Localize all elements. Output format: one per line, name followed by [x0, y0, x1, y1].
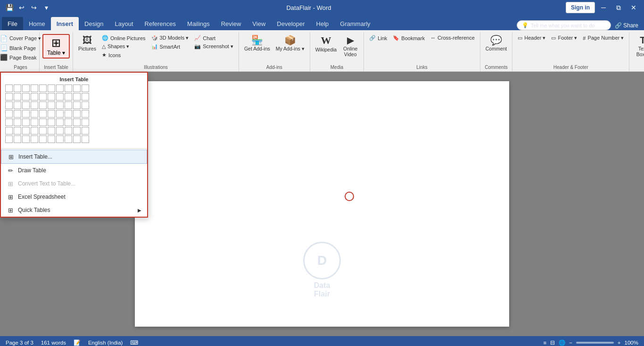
grid-cell[interactable]	[39, 118, 47, 126]
customize-button[interactable]: ▾	[41, 2, 52, 13]
grid-cell[interactable]	[48, 93, 55, 101]
grid-cell[interactable]	[65, 101, 72, 109]
shapes-button[interactable]: △ Shapes ▾	[99, 42, 148, 51]
grid-cell[interactable]	[39, 135, 47, 143]
grid-cell[interactable]	[5, 127, 13, 135]
text-box-button[interactable]: T TextBox ▾	[632, 34, 644, 59]
grid-cell[interactable]	[22, 118, 30, 126]
tab-view[interactable]: View	[247, 17, 271, 30]
tab-layout[interactable]: Layout	[109, 17, 139, 30]
grid-cell[interactable]	[82, 93, 89, 101]
online-video-button[interactable]: ▶ OnlineVideo	[340, 34, 361, 59]
table-grid[interactable]	[5, 84, 143, 143]
save-button[interactable]: 💾	[4, 2, 15, 13]
grid-cell[interactable]	[22, 84, 30, 92]
online-pictures-button[interactable]: 🌐 Online Pictures	[99, 34, 148, 42]
grid-cell[interactable]	[14, 118, 21, 126]
page-break-button[interactable]: ⬛ Page Break	[0, 53, 39, 62]
grid-cell[interactable]	[22, 93, 30, 101]
view-web-icon[interactable]: 🌐	[559, 339, 565, 346]
tab-help[interactable]: Help	[311, 17, 335, 30]
grid-cell[interactable]	[14, 110, 21, 118]
redo-button[interactable]: ↪	[28, 2, 40, 13]
grid-cell[interactable]	[48, 127, 55, 135]
sign-in-button[interactable]: Sign in	[566, 2, 595, 13]
wikipedia-button[interactable]: W Wikipedia	[313, 34, 339, 54]
grid-cell[interactable]	[14, 84, 21, 92]
cross-reference-button[interactable]: ↔ Cross-reference	[428, 34, 477, 42]
grid-cell[interactable]	[73, 127, 81, 135]
grid-cell[interactable]	[82, 118, 89, 126]
grid-cell[interactable]	[82, 135, 89, 143]
grid-cell[interactable]	[39, 93, 47, 101]
grid-cell[interactable]	[39, 110, 47, 118]
header-button[interactable]: ▭ Header ▾	[515, 34, 548, 42]
grid-cell[interactable]	[48, 135, 55, 143]
zoom-level[interactable]: 100%	[625, 340, 638, 346]
grid-cell[interactable]	[82, 84, 89, 92]
get-addins-button[interactable]: 🏪 Get Add-ins	[242, 34, 272, 53]
tab-design[interactable]: Design	[79, 17, 109, 30]
grid-cell[interactable]	[31, 118, 38, 126]
chart-button[interactable]: 📈 Chart	[192, 34, 236, 42]
zoom-out-icon[interactable]: −	[569, 340, 572, 346]
grid-cell[interactable]	[22, 127, 30, 135]
comment-button[interactable]: 💬 Comment	[483, 34, 510, 53]
blank-page-button[interactable]: 📃 Blank Page	[0, 43, 38, 52]
grid-cell[interactable]	[48, 84, 55, 92]
grid-cell[interactable]	[56, 135, 64, 143]
view-normal-icon[interactable]: ≡	[543, 340, 546, 346]
tab-grammarly[interactable]: Grammarly	[334, 17, 376, 30]
grid-cell[interactable]	[5, 110, 13, 118]
close-button[interactable]: ✕	[627, 1, 640, 14]
grid-cell[interactable]	[5, 135, 13, 143]
bookmark-button[interactable]: 🔖 Bookmark	[390, 34, 427, 42]
grid-cell[interactable]	[31, 110, 38, 118]
grid-cell[interactable]	[14, 127, 21, 135]
grid-cell[interactable]	[22, 110, 30, 118]
grid-cell[interactable]	[22, 135, 30, 143]
table-button[interactable]: ⊞ Table ▾	[42, 34, 70, 59]
grid-cell[interactable]	[56, 110, 64, 118]
draw-table-menu-item[interactable]: ✏ Draw Table	[1, 164, 147, 177]
grid-cell[interactable]	[39, 84, 47, 92]
quick-tables-menu-item[interactable]: ⊞ Quick Tables ▶	[1, 203, 147, 217]
insert-table-menu-item[interactable]: ⊞ Insert Table...	[1, 150, 147, 164]
grid-cell[interactable]	[48, 118, 55, 126]
grid-cell[interactable]	[65, 118, 72, 126]
grid-cell[interactable]	[31, 135, 38, 143]
grid-cell[interactable]	[56, 84, 64, 92]
tab-references[interactable]: References	[139, 17, 182, 30]
my-addins-button[interactable]: 📦 My Add-ins ▾	[273, 34, 307, 53]
grid-cell[interactable]	[22, 101, 30, 109]
share-button[interactable]: 🔗 Share	[615, 22, 638, 29]
tab-home[interactable]: Home	[23, 17, 51, 30]
grid-cell[interactable]	[73, 93, 81, 101]
grid-cell[interactable]	[73, 84, 81, 92]
grid-cell[interactable]	[39, 127, 47, 135]
excel-spreadsheet-menu-item[interactable]: ⊞ Excel Spreadsheet	[1, 190, 147, 203]
screenshot-button[interactable]: 📷 Screenshot ▾	[192, 42, 236, 51]
grid-cell[interactable]	[56, 127, 64, 135]
tab-insert[interactable]: Insert	[51, 17, 79, 30]
grid-cell[interactable]	[73, 101, 81, 109]
grid-cell[interactable]	[14, 101, 21, 109]
pictures-button[interactable]: 🖼 Pictures	[76, 34, 99, 53]
grid-cell[interactable]	[65, 84, 72, 92]
grid-cell[interactable]	[56, 93, 64, 101]
view-layout-icon[interactable]: ⊟	[550, 339, 555, 346]
grid-cell[interactable]	[82, 110, 89, 118]
grid-cell[interactable]	[48, 101, 55, 109]
grid-cell[interactable]	[73, 110, 81, 118]
grid-cell[interactable]	[14, 135, 21, 143]
undo-button[interactable]: ↩	[16, 2, 27, 13]
grid-cell[interactable]	[73, 135, 81, 143]
tab-review[interactable]: Review	[215, 17, 247, 30]
tab-mailings[interactable]: Mailings	[182, 17, 215, 30]
zoom-in-icon[interactable]: +	[618, 340, 621, 346]
tab-developer[interactable]: Developer	[271, 17, 310, 30]
grid-cell[interactable]	[5, 118, 13, 126]
grid-cell[interactable]	[82, 101, 89, 109]
grid-cell[interactable]	[31, 93, 38, 101]
grid-cell[interactable]	[82, 127, 89, 135]
